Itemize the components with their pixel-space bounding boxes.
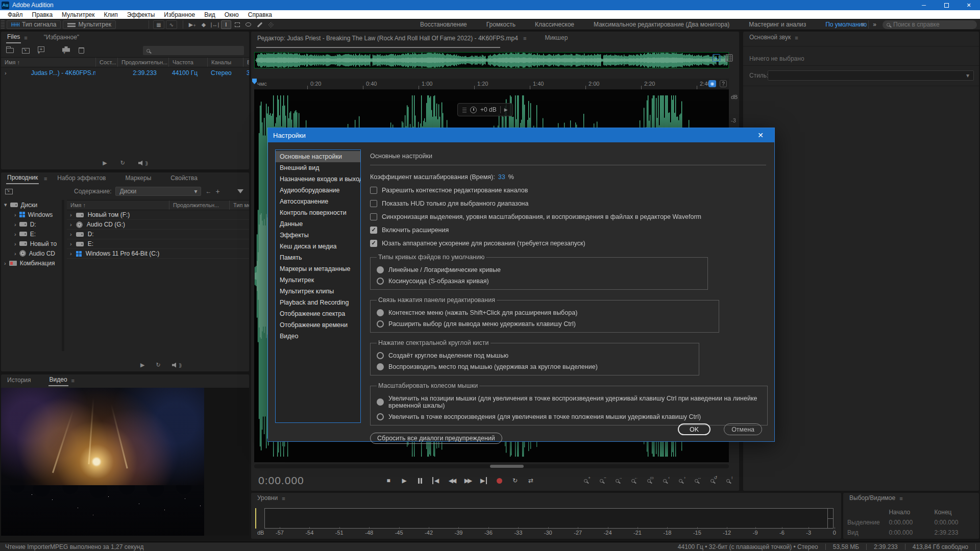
tree-item[interactable]: ▾ Диски: [1, 200, 62, 210]
zoom-navigate-icon[interactable]: +: [713, 54, 720, 62]
expander-icon[interactable]: ›: [14, 241, 16, 247]
fast-forward-button[interactable]: ▶▶: [464, 477, 471, 484]
tab-history[interactable]: История: [6, 375, 32, 386]
record-button[interactable]: [496, 478, 503, 484]
expander-icon[interactable]: ›: [14, 212, 16, 218]
menu-item[interactable]: Избранное: [159, 10, 200, 19]
tab-files[interactable]: Files: [6, 32, 21, 43]
zoom-in-inpoint-icon[interactable]: →: [613, 477, 621, 485]
radio-icon[interactable]: [377, 398, 384, 406]
browser-panel-menu-icon[interactable]: ≡: [44, 176, 47, 182]
radio-option[interactable]: Увеличить в точке воспроизведения (для у…: [377, 413, 761, 420]
column-header[interactable]: Каналы: [207, 58, 243, 67]
radio-icon[interactable]: [377, 278, 384, 285]
settings-category[interactable]: Эффекты: [276, 230, 360, 241]
stop-button[interactable]: ■: [385, 477, 392, 484]
selection-end-value[interactable]: 0:00.000: [935, 519, 976, 526]
workspace-tab[interactable]: Классическое: [535, 21, 574, 28]
go-to-start-button[interactable]: ◀: [432, 477, 439, 484]
spectral-frequency-button[interactable]: ▦: [153, 20, 164, 29]
selection-panel-menu-icon[interactable]: ≡: [899, 495, 902, 502]
play-button[interactable]: ▶: [401, 477, 408, 484]
zoom-in-right-icon[interactable]: ›: [676, 477, 684, 485]
drive-row[interactable]: › Windows 11 Pro 64-Bit (C:): [67, 249, 249, 259]
radio-icon[interactable]: [377, 363, 384, 370]
settings-category[interactable]: Playback and Recording: [276, 297, 360, 308]
expander-icon[interactable]: ›: [70, 251, 72, 257]
workspace-tab[interactable]: Восстановление: [420, 21, 467, 28]
tree-item[interactable]: › Windows: [1, 210, 62, 219]
browser-tab[interactable]: Набор эффектов: [56, 173, 107, 184]
sound-panel-menu-icon[interactable]: ≡: [795, 35, 798, 41]
cancel-button[interactable]: Отмена: [724, 423, 762, 435]
tree-item[interactable]: › Новый то: [1, 239, 62, 248]
preview-volume-icon[interactable]: )): [172, 363, 181, 368]
settings-checkbox-row[interactable]: Показать HUD только для выбранного диапа…: [370, 199, 766, 207]
levels-panel-menu-icon[interactable]: ≡: [282, 495, 285, 502]
preview-volume-icon[interactable]: )): [138, 161, 148, 166]
multitrack-view-button[interactable]: Мультитрек: [63, 20, 115, 29]
trash-icon[interactable]: [79, 47, 84, 54]
radio-option[interactable]: Воспроизводить место под мышью (удержива…: [377, 363, 693, 370]
settings-category[interactable]: Контроль поверхности: [276, 207, 360, 218]
scrollbar-thumb[interactable]: [490, 465, 524, 468]
tab-levels[interactable]: Уровни: [256, 493, 279, 504]
radio-icon[interactable]: [377, 320, 384, 328]
tab-editor[interactable]: Редактор: Judas Priest - Breaking The La…: [257, 35, 518, 42]
tab-selection-view[interactable]: Выбор/Видимое: [848, 493, 896, 504]
add-shortcut-icon[interactable]: +: [215, 187, 219, 195]
workspace-tab[interactable]: Максимальное редактирование (Два монитор…: [594, 21, 729, 28]
content-dropdown[interactable]: Диски ▾: [115, 187, 201, 196]
settings-checkbox-row[interactable]: Разрешить контекстное редактирование кан…: [370, 186, 766, 194]
column-header[interactable]: Би: [243, 58, 249, 67]
time-selection-tool-icon[interactable]: |↔|: [210, 20, 220, 29]
hud-grip-icon[interactable]: [462, 107, 467, 113]
files-search-input[interactable]: [153, 47, 230, 55]
radio-icon[interactable]: [377, 309, 384, 316]
tab-video[interactable]: Видео: [48, 375, 68, 386]
zoom-selection-icon[interactable]: ▭: [645, 477, 653, 485]
tab-mixer[interactable]: Микшер: [544, 33, 569, 43]
workspace-tab[interactable]: Громкость: [486, 21, 516, 28]
checkbox-icon[interactable]: [370, 200, 377, 207]
radio-option[interactable]: Косинусоида (S-образная кривая): [377, 278, 701, 285]
import-icon[interactable]: [5, 189, 13, 194]
timeline-ruler[interactable]: чмс 0:200:401:001:201:402:002:202:40 ◉ ?: [254, 79, 729, 90]
zoom-in-time-icon[interactable]: +: [581, 477, 590, 485]
waveform-view-button[interactable]: Тип сигнала: [7, 20, 61, 29]
radio-option[interactable]: Расширить выбор (для вывода меню удержив…: [377, 320, 713, 328]
view-end-value[interactable]: 2:39.233: [935, 529, 976, 536]
filter-icon[interactable]: [237, 189, 243, 193]
column-header[interactable]: Продолжительн...: [117, 58, 168, 67]
column-header[interactable]: Тип мед: [229, 201, 249, 210]
tree-item[interactable]: › D:: [1, 219, 62, 229]
files-search-box[interactable]: [143, 46, 244, 55]
drive-row[interactable]: › Новый том (F:): [67, 210, 249, 220]
zoom-inout-icon[interactable]: ↔: [692, 477, 700, 485]
menu-item[interactable]: Справка: [243, 10, 277, 19]
expander-icon[interactable]: ›: [1, 70, 13, 76]
browser-tab[interactable]: Маркеры: [124, 173, 152, 184]
expander-icon[interactable]: ›: [70, 241, 72, 247]
current-time-display[interactable]: 0:00.000: [258, 474, 304, 487]
settings-category[interactable]: Отображение спектра: [276, 308, 360, 319]
menu-item[interactable]: Вид: [200, 10, 220, 19]
editor-panel-menu-icon[interactable]: ≡: [523, 35, 526, 41]
drive-row[interactable]: › Audio CD (G:): [67, 220, 249, 230]
column-header[interactable]: Сост...: [95, 58, 117, 67]
column-header[interactable]: Имя ↑: [67, 201, 169, 210]
expander-icon[interactable]: ›: [70, 212, 72, 218]
lasso-tool-icon[interactable]: [243, 20, 254, 29]
go-to-end-button[interactable]: ▶: [480, 477, 487, 484]
menu-item[interactable]: Окно: [220, 10, 243, 19]
tab-favorites[interactable]: "Избранное": [43, 33, 80, 43]
preview-loop-icon[interactable]: ↻: [156, 362, 160, 368]
hud-gain-value[interactable]: +0 dB: [480, 106, 497, 113]
expander-icon[interactable]: ›: [70, 231, 72, 237]
drive-row[interactable]: › D:: [67, 230, 249, 239]
loop-playback-button[interactable]: ↻: [511, 477, 519, 484]
zoom-reset-icon[interactable]: ↺: [708, 477, 716, 485]
settings-checkbox-row[interactable]: Синхронизация выделения, уровня масштаби…: [370, 213, 766, 220]
video-panel-menu-icon[interactable]: ≡: [71, 378, 75, 384]
zoom-in-outpoint-icon[interactable]: ←: [629, 477, 637, 485]
